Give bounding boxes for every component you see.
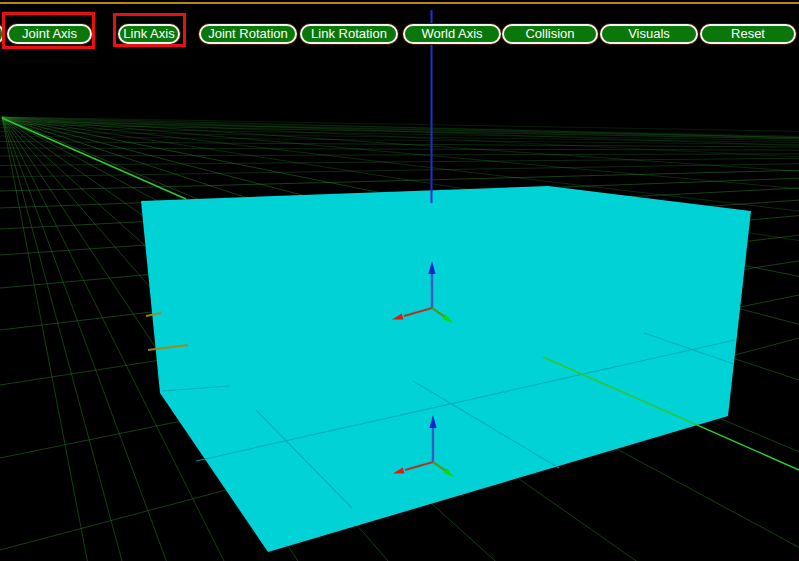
urdf-viewer-window: Joint Axis Link Axis Joint Rotation Link… <box>0 0 799 561</box>
button-joint-axis[interactable]: Joint Axis <box>7 24 92 44</box>
button-link-axis[interactable]: Link Axis <box>118 24 180 44</box>
viewport-3d[interactable] <box>0 0 799 561</box>
toolbar: Joint Axis Link Axis Joint Rotation Link… <box>0 0 799 46</box>
button-link-rotation[interactable]: Link Rotation <box>300 24 398 44</box>
toolbar-top-accent-line <box>0 2 799 4</box>
button-fragment-offscreen[interactable] <box>0 24 4 44</box>
button-world-axis[interactable]: World Axis <box>403 24 501 44</box>
button-joint-rotation[interactable]: Joint Rotation <box>199 24 297 44</box>
button-collision[interactable]: Collision <box>502 24 598 44</box>
button-visuals[interactable]: Visuals <box>600 24 698 44</box>
cyan-box[interactable] <box>141 186 751 552</box>
button-reset[interactable]: Reset <box>700 24 796 44</box>
